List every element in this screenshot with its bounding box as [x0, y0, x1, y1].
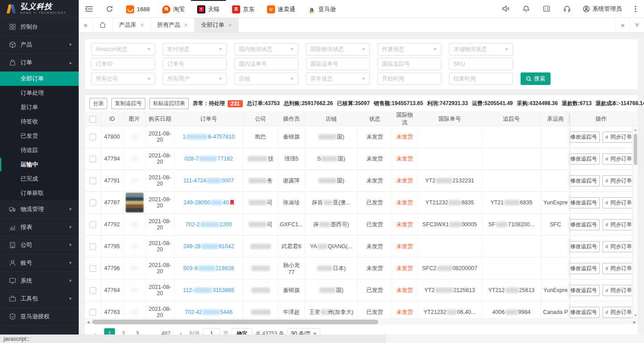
exception-count-badge[interactable]: 231	[228, 100, 243, 107]
marketplace-link-1688[interactable]: 1688	[120, 0, 156, 17]
filter-input-国内运单号[interactable]: 国内运单号	[234, 58, 298, 70]
support-headset-icon[interactable]	[557, 0, 577, 17]
sidebar-subitem-全部订单[interactable]: 全部订单	[0, 72, 79, 86]
filter-input-订单ID[interactable]: 订单ID	[91, 58, 155, 70]
filter-select-作废状态[interactable]: 作废状态	[377, 43, 441, 55]
sidebar-subitem-已完成[interactable]: 已完成	[0, 172, 79, 186]
sidebar-subitem-订单处理[interactable]: 订单处理	[0, 86, 79, 100]
row-checkbox[interactable]	[89, 309, 96, 316]
page-button-487[interactable]: 487	[160, 328, 172, 335]
sidebar-item-账号[interactable]: 账号▼	[0, 254, 79, 272]
tabs-scroll-left[interactable]: «	[79, 18, 93, 32]
home-tab[interactable]	[93, 18, 113, 32]
filter-input-SKU[interactable]: SKU	[449, 58, 513, 70]
filter-select-店铺[interactable]: 店铺	[234, 72, 298, 85]
filter-input-开始时间[interactable]: 开始时间	[377, 72, 441, 85]
more-kebab-icon[interactable]	[627, 0, 644, 17]
sidebar-item-控制台[interactable]: 控制台	[0, 18, 79, 36]
row-checkbox[interactable]	[89, 199, 96, 206]
prev-page-button[interactable]: ‹	[90, 328, 101, 335]
sidebar-item-物流管理[interactable]: 物流管理▼	[0, 200, 79, 218]
sidebar-subitem-运输中[interactable]: 运输中	[0, 157, 79, 172]
order-number-link[interactable]: 702-22200	[186, 221, 232, 228]
scroll-left-arrow[interactable]: ◀	[85, 319, 91, 325]
sync-order-button[interactable]: 同步订单	[602, 241, 632, 252]
sync-order-button[interactable]: 同步订单	[602, 263, 632, 274]
order-number-link[interactable]: 702-425446	[185, 309, 233, 315]
marketplace-link-tmall[interactable]: T天猫	[191, 0, 226, 17]
sidebar-item-系统[interactable]: 系统▼	[0, 272, 79, 290]
filter-select-末端物流状态[interactable]: 末端物流状态	[449, 43, 513, 55]
scroll-up-arrow[interactable]: ▲	[633, 127, 638, 132]
sync-order-button[interactable]: 同步订单	[602, 219, 632, 230]
edit-tracking-button[interactable]: 修改追踪号	[570, 263, 600, 274]
order-number-link[interactable]: 16-4757810	[182, 134, 235, 140]
sidebar-item-工具包[interactable]: 工具包▼	[0, 290, 79, 308]
tab-所有产品[interactable]: 所有产品✕	[151, 18, 195, 32]
toolbar-button-分派[interactable]: 分派	[89, 98, 107, 109]
toolbar-button-粘贴追踪结果[interactable]: 粘贴追踪结果	[149, 98, 189, 109]
sidebar-item-公司[interactable]: 公司▼	[0, 236, 79, 254]
scroll-right-arrow[interactable]: ▶	[631, 319, 638, 325]
row-checkbox[interactable]	[89, 156, 96, 162]
tab-close-icon[interactable]: ✕	[140, 22, 144, 28]
sync-order-button[interactable]: 同步订单	[602, 197, 632, 208]
filter-select-国内物流状态[interactable]: 国内物流状态	[234, 43, 298, 55]
page-button-2[interactable]: 2	[118, 328, 129, 335]
sidebar-subitem-待签收[interactable]: 待签收	[0, 114, 79, 129]
edit-tracking-button[interactable]: 修改追踪号	[570, 197, 600, 208]
tab-close-icon[interactable]: ✕	[228, 22, 232, 28]
notifications-bell-icon[interactable]	[516, 0, 536, 17]
row-checkbox[interactable]	[89, 243, 96, 250]
sidebar-item-产品[interactable]: 产品▼	[0, 36, 79, 54]
user-menu[interactable]: 系统管理员	[577, 0, 627, 17]
edit-tracking-button[interactable]: 修改追踪号	[570, 219, 600, 230]
horizontal-scrollbar-thumb[interactable]	[92, 320, 378, 324]
filter-input-订单号[interactable]: 订单号	[163, 58, 227, 70]
edit-tracking-button[interactable]: 修改追踪号	[570, 241, 600, 252]
row-checkbox[interactable]	[89, 265, 96, 272]
filter-input-国际运单号[interactable]: 国际运单号	[306, 58, 370, 70]
sidebar-item-订单[interactable]: 订单▲	[0, 54, 79, 72]
announcement-icon[interactable]	[495, 0, 516, 17]
filter-select-Amazon状态[interactable]: Amazon状态	[91, 43, 155, 55]
search-button[interactable]: 搜索	[521, 72, 551, 85]
sidebar-subitem-订单获取[interactable]: 订单获取	[0, 186, 79, 200]
tab-全部订单[interactable]: 全部订单✕	[195, 18, 238, 32]
filter-input-结束时间[interactable]: 结束时间	[449, 72, 513, 85]
next-page-button[interactable]: ›	[175, 328, 186, 335]
scroll-down-arrow[interactable]: ▼	[633, 313, 638, 318]
marketplace-link-jd[interactable]: 京京东	[226, 0, 261, 17]
sidebar-item-报表[interactable]: 报表▼	[0, 218, 79, 236]
select-all-checkbox[interactable]	[89, 116, 96, 123]
order-number-link[interactable]: 111-47240007	[183, 178, 234, 184]
order-number-link[interactable]: 249-2805040	[183, 199, 234, 206]
page-button-3[interactable]: 3	[132, 328, 143, 335]
sync-order-button[interactable]: 同步订单	[602, 307, 632, 318]
filter-select-所有用户[interactable]: 所有用户	[163, 72, 227, 85]
marketplace-link-smt[interactable]: U速卖通	[261, 0, 301, 17]
refresh-icon[interactable]	[99, 0, 120, 17]
order-number-link[interactable]: 249-2891042	[183, 243, 234, 250]
sync-order-button[interactable]: 同步订单	[602, 175, 632, 186]
edit-tracking-button[interactable]: 修改追踪号	[570, 175, 600, 186]
product-thumbnail[interactable]	[126, 193, 144, 212]
edit-tracking-button[interactable]: 修改追踪号	[570, 153, 600, 165]
filter-select-异常状态[interactable]: 异常状态	[306, 72, 370, 85]
confirm-page-button[interactable]: 确定	[232, 328, 252, 335]
sync-order-button[interactable]: 同步订单	[602, 153, 632, 165]
edit-tracking-button[interactable]: 修改追踪号	[570, 131, 600, 143]
order-number-link[interactable]: 112-3153865	[183, 287, 234, 293]
brand-logo[interactable]: 弘义科技 HONG YI TECHNOLOGY	[0, 0, 79, 18]
tab-close-icon[interactable]: ✕	[184, 22, 188, 28]
marketplace-link-amazon[interactable]: a亚马逊	[301, 0, 342, 17]
sidebar-subitem-新订单[interactable]: 新订单	[0, 100, 79, 114]
sync-order-button[interactable]: 同步订单	[602, 285, 632, 296]
apps-grid-icon[interactable]	[536, 0, 557, 17]
filter-select-国际物流状态[interactable]: 国际物流状态	[306, 43, 370, 55]
page-button-1[interactable]: 1	[104, 328, 115, 335]
vertical-scrollbar-thumb[interactable]	[634, 134, 637, 165]
row-checkbox[interactable]	[89, 221, 96, 228]
filter-select-所有公司[interactable]: 所有公司	[91, 72, 155, 85]
sidebar-subitem-已发货[interactable]: 已发货	[0, 129, 79, 143]
